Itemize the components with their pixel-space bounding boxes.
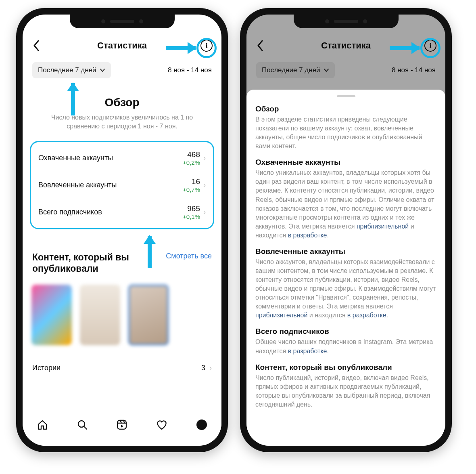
- metric-label: Вовлеченные аккаунты: [38, 181, 183, 189]
- content-thumb[interactable]: [128, 285, 169, 345]
- page-title: Статистика: [97, 40, 147, 51]
- metric-engaged[interactable]: Вовлеченные аккаунты 16 +0,7% ›: [31, 172, 213, 199]
- overview-heading: Обзор: [23, 96, 221, 109]
- stories-count: 3: [201, 364, 205, 372]
- content-heading: Контент, который вы опубликовали: [32, 252, 153, 274]
- metric-delta: +0,7%: [183, 186, 200, 193]
- content-thumb[interactable]: [80, 285, 120, 345]
- tab-activity[interactable]: [156, 419, 168, 431]
- sheet-heading-reach: Охваченные аккаунты: [255, 158, 436, 167]
- tab-bar: [23, 412, 221, 446]
- metric-value: 468: [183, 150, 200, 159]
- annotation-arrow-up: [148, 236, 152, 268]
- annotation-circle: [196, 38, 217, 58]
- date-range: 8 ноя - 14 ноя: [168, 66, 212, 74]
- content-thumbnails: [23, 274, 221, 349]
- metric-reach[interactable]: Охваченные аккаунты 468 +0,2% ›: [31, 145, 213, 172]
- annotation-arrow-up: [71, 83, 75, 115]
- content-thumb[interactable]: [31, 285, 72, 345]
- sheet-heading-engaged: Вовлеченные аккаунты: [255, 247, 436, 256]
- sheet-text-reach: Число уникальных аккаунтов, владельцы ко…: [255, 168, 436, 240]
- chevron-down-icon: [100, 68, 105, 72]
- link-approximate[interactable]: приблизительной: [255, 312, 307, 319]
- svg-rect-1: [117, 420, 126, 429]
- annotation-arrow-right: [166, 46, 196, 50]
- metric-value: 965: [183, 204, 200, 213]
- tab-home[interactable]: [36, 419, 48, 431]
- stories-row[interactable]: Истории 3 ›: [23, 349, 221, 372]
- metric-delta: +0,2%: [183, 159, 200, 166]
- chevron-right-icon: ›: [203, 208, 206, 216]
- tab-search[interactable]: [76, 419, 88, 431]
- sheet-text-followers: Общее число ваших подписчиков в Instagra…: [255, 338, 436, 355]
- chevron-right-icon: ›: [209, 364, 212, 372]
- sheet-heading-followers: Всего подписчиков: [255, 327, 436, 336]
- tab-profile[interactable]: [196, 419, 208, 431]
- profile-dot-icon: [196, 419, 207, 430]
- link-in-development[interactable]: в разработке: [288, 348, 327, 354]
- phone-notch: [70, 15, 175, 28]
- phone-right: Статистика i Последние 7 дней 8 ноя - 14…: [240, 8, 452, 452]
- link-approximate[interactable]: приблизительной: [357, 223, 409, 230]
- link-in-development[interactable]: в разработке: [288, 232, 327, 239]
- metrics-card-highlight: Охваченные аккаунты 468 +0,2% › Вовлечен…: [30, 141, 214, 229]
- filter-row: Последние 7 дней 8 ноя - 14 ноя: [23, 58, 221, 81]
- tab-reels[interactable]: [116, 419, 128, 431]
- link-in-development[interactable]: в разработке: [347, 312, 386, 319]
- chevron-right-icon: ›: [203, 181, 206, 189]
- period-label: Последние 7 дней: [38, 66, 96, 74]
- metric-label: Охваченные аккаунты: [38, 154, 183, 162]
- annotation-arrow-right: [390, 46, 420, 50]
- chevron-right-icon: ›: [203, 154, 206, 162]
- annotation-circle: [420, 38, 441, 58]
- sheet-heading-content: Контент, который вы опубликовали: [255, 363, 436, 372]
- sheet-text-engaged: Число аккаунтов, владельцы которых взаим…: [255, 258, 436, 320]
- stories-label: Истории: [32, 364, 61, 372]
- info-sheet: Обзор В этом разделе статистики приведен…: [246, 90, 445, 446]
- sheet-grabber[interactable]: [337, 95, 355, 97]
- metric-label: Всего подписчиков: [38, 208, 183, 216]
- sheet-text-overview: В этом разделе статистики приведены след…: [255, 115, 436, 151]
- metric-delta: +0,1%: [183, 213, 200, 220]
- metric-value: 16: [183, 177, 200, 186]
- overview-subtext: Число новых подписчиков увеличилось на 1…: [23, 109, 221, 130]
- metric-followers[interactable]: Всего подписчиков 965 +0,1% ›: [31, 199, 213, 226]
- back-button[interactable]: [31, 41, 41, 50]
- sheet-heading-overview: Обзор: [255, 105, 436, 113]
- period-chip[interactable]: Последние 7 дней: [32, 62, 111, 78]
- phone-left: Статистика i Последние 7 дней 8 ноя - 14…: [16, 8, 228, 452]
- phone-notch: [294, 15, 399, 28]
- see-all-link[interactable]: Смотреть все: [166, 252, 212, 261]
- sheet-text-content: Число публикаций, историй, видео, включа…: [255, 373, 436, 409]
